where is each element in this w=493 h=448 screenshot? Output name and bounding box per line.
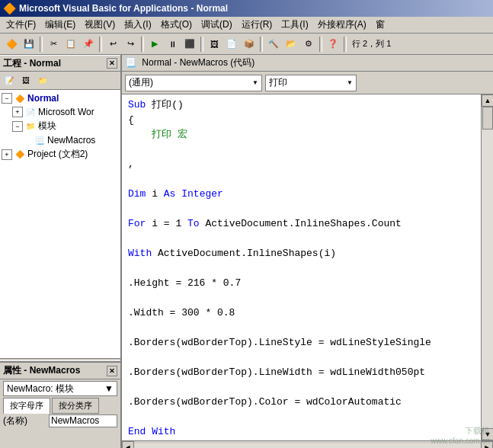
tb-props-btn[interactable]: ⚙ (300, 36, 317, 53)
tree-expander-msword[interactable]: + (12, 107, 23, 117)
tree-label-msword: Microsoft Wor (38, 107, 94, 117)
scroll-track[interactable] (482, 107, 493, 428)
tree-item-msword[interactable]: + 📄 Microsoft Wor (2, 105, 119, 119)
tree-expander-project2[interactable]: + (2, 149, 12, 160)
code-line-12: .Height = 216 * 0.7 (128, 276, 475, 291)
tab-category[interactable]: 按分类序 (52, 398, 99, 414)
proj-view-obj[interactable]: 🖼 (18, 74, 34, 88)
code-line-5 (128, 172, 475, 187)
row-col-label: 行 2，列 1 (349, 38, 394, 50)
tb-sep3 (141, 37, 144, 52)
code-line-13 (128, 291, 475, 306)
proj-view-code[interactable]: 📝 (2, 74, 17, 88)
menu-debug[interactable]: 调试(D) (197, 17, 237, 33)
properties-close[interactable]: ✕ (107, 366, 117, 376)
tb-help-btn[interactable]: ❓ (325, 36, 341, 53)
properties-tabs: 按字母序 按分类序 (0, 398, 120, 414)
menu-format[interactable]: 格式(O) (156, 17, 197, 33)
tb-sep2 (99, 37, 102, 52)
prop-row-name: (名称) NewMacros (0, 414, 120, 428)
code-line-6: Dim i As Integer (128, 187, 475, 202)
properties-dropdown[interactable]: NewMacro: 模块 ▼ (3, 381, 117, 396)
menu-bar: 文件(F) 编辑(E) 视图(V) 插入(I) 格式(O) 调试(D) 运行(R… (0, 17, 493, 34)
tb-class-btn[interactable]: 📦 (241, 36, 258, 53)
project-panel-close[interactable]: ✕ (107, 58, 117, 69)
tree-item-normal[interactable]: − 🔶 Normal (2, 91, 119, 105)
tree-expander-modules[interactable]: − (12, 121, 23, 132)
properties-dropdown-arrow: ▼ (104, 383, 114, 394)
object-dropdown[interactable]: (通用) ▼ (125, 75, 262, 91)
code-line-7 (128, 202, 475, 217)
menu-window[interactable]: 窗 (371, 17, 389, 33)
tb-copy-btn[interactable]: 📋 (62, 36, 79, 53)
tree-item-modules[interactable]: − 📁 模块 (2, 119, 119, 133)
project-panel-title: 工程 - Normal (3, 57, 61, 70)
project-panel-header: 工程 - Normal ✕ (0, 55, 120, 72)
tb-sep6 (319, 37, 322, 52)
object-dropdown-label: (通用) (129, 76, 153, 89)
word-icon: 📄 (24, 106, 37, 118)
code-line-9 (128, 232, 475, 247)
proj-toggle-folder[interactable]: 📁 (35, 74, 50, 88)
title-text: Microsoft Visual Basic for Applications … (19, 3, 228, 14)
code-line-2: 打印 宏 (128, 127, 475, 142)
tb-design-btn[interactable]: 🔨 (265, 36, 282, 53)
tb-proj-explorer-btn[interactable]: 📂 (283, 36, 299, 53)
scroll-left-btn[interactable]: ◄ (122, 441, 134, 449)
menu-run[interactable]: 运行(R) (237, 17, 277, 33)
tree-label-newmacros: NewMacros (47, 135, 95, 146)
tree-item-newmacros[interactable]: 📃 NewMacros (2, 133, 119, 147)
prop-name-label: (名称) (3, 414, 49, 427)
vertical-scrollbar[interactable]: ▲ ▼ (481, 94, 493, 440)
normal-icon: 🔶 (14, 92, 26, 104)
tb-sep5 (260, 37, 263, 52)
tree-expander-normal[interactable]: − (2, 93, 12, 104)
menu-view[interactable]: 视图(V) (80, 17, 120, 33)
title-bar: 🔶 Microsoft Visual Basic for Application… (0, 0, 493, 17)
code-line-19 (128, 380, 475, 395)
folder-icon: 📁 (24, 120, 37, 133)
code-line-22: End With (128, 424, 475, 440)
project-toolbar: 📝 🖼 📁 (0, 72, 120, 90)
tb-run-btn[interactable]: ▶ (146, 36, 163, 53)
app-icon: 🔶 (3, 2, 16, 14)
menu-insert[interactable]: 插入(I) (120, 17, 155, 33)
code-editor[interactable]: Sub 打印() { 打印 宏 , Dim i As Integer For i… (122, 94, 481, 440)
tb-pause-btn[interactable]: ⏸ (164, 36, 181, 53)
proc-dropdown-arrow: ▼ (347, 79, 353, 86)
proc-dropdown[interactable]: 打印 ▼ (265, 75, 357, 91)
tb-undo-btn[interactable]: ↩ (104, 36, 121, 53)
tb-cut-btn[interactable]: ✂ (45, 36, 62, 53)
h-scroll-track[interactable] (134, 443, 481, 449)
tb-redo-btn[interactable]: ↪ (122, 36, 139, 53)
tb-save-btn[interactable]: 💾 (21, 36, 37, 53)
menu-file[interactable]: 文件(F) (2, 17, 40, 33)
tb-module-btn[interactable]: 📄 (223, 36, 240, 53)
tb-sep4 (200, 37, 203, 52)
project-tree: − 🔶 Normal + 📄 Microsoft Wor − 📁 模块 (0, 90, 120, 358)
code-title: Normal - NewMacros (代码) (142, 57, 255, 68)
tb-userform-btn[interactable]: 🖼 (206, 36, 222, 53)
prop-name-value[interactable]: NewMacros (49, 414, 117, 427)
menu-tools[interactable]: 工具(I) (277, 17, 312, 33)
code-line-4: , (128, 157, 475, 172)
properties-header: 属性 - NewMacros ✕ (0, 363, 120, 379)
tab-alpha[interactable]: 按字母序 (3, 398, 50, 414)
tb-stop-btn[interactable]: ⬛ (181, 36, 198, 53)
menu-edit[interactable]: 编辑(E) (40, 17, 80, 33)
scroll-thumb[interactable] (482, 107, 493, 130)
code-line-20: .Borders(wdBorderTop).Color = wdColorAut… (128, 395, 475, 410)
code-line-15 (128, 321, 475, 336)
code-line-3 (128, 142, 475, 158)
code-line-21 (128, 410, 475, 425)
project-icon: 🔶 (14, 149, 26, 161)
tb-paste-btn[interactable]: 📌 (80, 36, 97, 53)
toolbar: 🔶 💾 ✂ 📋 📌 ↩ ↪ ▶ ⏸ ⬛ 🖼 📄 📦 🔨 📂 ⚙ ❓ 行 2，列 … (0, 34, 493, 55)
scroll-up-btn[interactable]: ▲ (482, 94, 493, 107)
menu-addins[interactable]: 外接程序(A) (313, 17, 371, 33)
code-line-11 (128, 261, 475, 277)
code-line-1: { (128, 113, 475, 128)
code-line-16: .Borders(wdBorderTop).LineStyle = wdLine… (128, 335, 475, 350)
tree-item-project2[interactable]: + 🔶 Project (文档2) (2, 147, 119, 162)
tb-vba-icon[interactable]: 🔶 (3, 36, 20, 53)
